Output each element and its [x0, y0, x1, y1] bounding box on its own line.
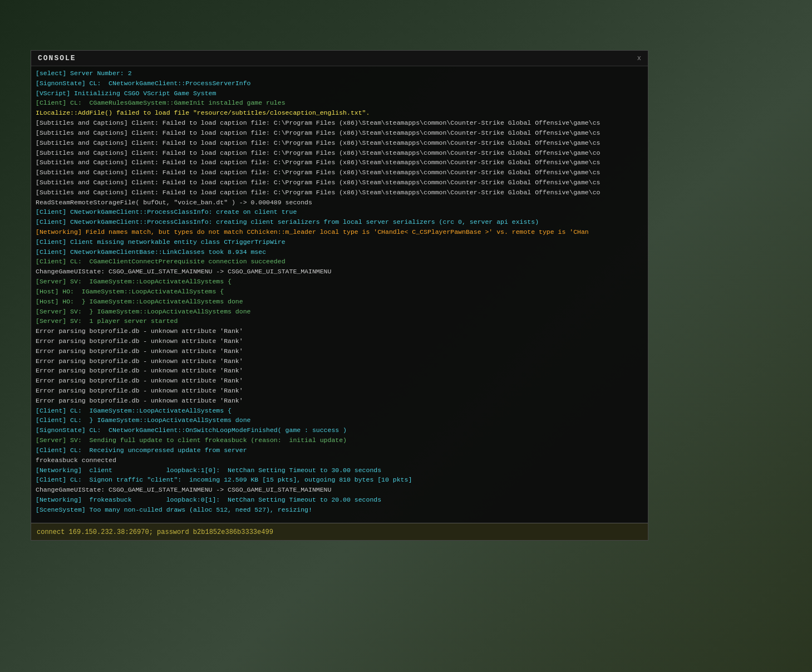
- log-line: [Subtitles and Captions] Client: Failed …: [36, 148, 643, 158]
- log-line: [Client] CNetworkGameClient::ProcessClas…: [36, 217, 643, 227]
- log-line: [Client] Client missing networkable enti…: [36, 237, 643, 247]
- log-line: [Subtitles and Captions] Client: Failed …: [36, 118, 643, 128]
- log-line: [Client] CNetworkGameClientBase::LinkCla…: [36, 247, 643, 257]
- log-line: ChangeGameUIState: CSGO_GAME_UI_STATE_MA…: [36, 267, 643, 277]
- log-line: Error parsing botprofile.db - unknown at…: [36, 386, 643, 396]
- console-input-text[interactable]: connect 169.150.232.38:26970; password b…: [37, 528, 273, 536]
- log-line: [Client] CL: CGameClientConnectPrerequis…: [36, 257, 643, 267]
- log-line: [Host] HO: } IGameSystem::LoopActivateAl…: [36, 297, 643, 307]
- log-line: [select] Server Number: 2: [36, 68, 643, 79]
- log-line: [Host] HO: IGameSystem::LoopActivateAllS…: [36, 287, 643, 297]
- log-line: [Networking] client loopback:1[0]: NetCh…: [36, 465, 643, 475]
- log-line: [Client] CL: } IGameSystem::LoopActivate…: [36, 415, 643, 425]
- log-line: [Server] SV: 1 player server started: [36, 316, 643, 326]
- log-line: Error parsing botprofile.db - unknown at…: [36, 366, 643, 376]
- log-line: [Subtitles and Captions] Client: Failed …: [36, 128, 643, 138]
- log-line: [Subtitles and Captions] Client: Failed …: [36, 168, 643, 178]
- log-line: [Subtitles and Captions] Client: Failed …: [36, 158, 643, 168]
- log-line: frokeasbuck connected: [36, 455, 643, 465]
- console-title: CONSOLE: [38, 54, 76, 62]
- close-button[interactable]: x: [637, 55, 641, 62]
- log-line: [VScript] Initializing CSGO VScript Game…: [36, 89, 643, 99]
- log-line: Error parsing botprofile.db - unknown at…: [36, 396, 643, 406]
- console-output[interactable]: [select] Server Number: 2[SignonState] C…: [31, 66, 648, 523]
- log-line: ILocalize::AddFile() failed to load file…: [36, 108, 643, 118]
- log-line: [SignonState] CL: CNetworkGameClient::Pr…: [36, 79, 643, 89]
- log-line: [Subtitles and Captions] Client: Failed …: [36, 178, 643, 188]
- log-line: [Subtitles and Captions] Client: Failed …: [36, 138, 643, 148]
- log-line: [Server] SV: } IGameSystem::LoopActivate…: [36, 307, 643, 317]
- log-line: Error parsing botprofile.db - unknown at…: [36, 356, 643, 366]
- log-line: [Client] CL: IGameSystem::LoopActivateAl…: [36, 406, 643, 416]
- log-line: [Client] CL: Signon traffic "client": in…: [36, 475, 643, 485]
- console-window: CONSOLE x [select] Server Number: 2[Sign…: [31, 50, 648, 541]
- log-line: [Server] SV: IGameSystem::LoopActivateAl…: [36, 277, 643, 287]
- log-line: Error parsing botprofile.db - unknown at…: [36, 376, 643, 386]
- log-line: [Server] SV: Sending full update to clie…: [36, 435, 643, 445]
- log-line: Error parsing botprofile.db - unknown at…: [36, 346, 643, 356]
- log-line: [Client] CL: Receiving uncompressed upda…: [36, 445, 643, 455]
- console-input-bar: connect 169.150.232.38:26970; password b…: [31, 523, 648, 540]
- log-line: [Networking] frokeasbuck loopback:0[1]: …: [36, 495, 643, 505]
- log-line: Error parsing botprofile.db - unknown at…: [36, 336, 643, 346]
- log-line: [SignonState] CL: CNetworkGameClient::On…: [36, 425, 643, 435]
- log-line: [Networking] Field names match, but type…: [36, 227, 643, 237]
- log-line: ReadSteamRemoteStorageFile( bufOut, "voi…: [36, 198, 643, 208]
- log-line: [SceneSystem] Too many non-culled draws …: [36, 505, 643, 515]
- log-line: [Subtitles and Captions] Client: Failed …: [36, 188, 643, 198]
- log-line: ChangeGameUIState: CSGO_GAME_UI_STATE_MA…: [36, 485, 643, 495]
- log-line: [Client] CL: CGameRulesGameSystem::GameI…: [36, 98, 643, 108]
- console-titlebar: CONSOLE x: [31, 51, 648, 66]
- log-line: [Client] CNetworkGameClient::ProcessClas…: [36, 207, 643, 217]
- log-line: Error parsing botprofile.db - unknown at…: [36, 326, 643, 336]
